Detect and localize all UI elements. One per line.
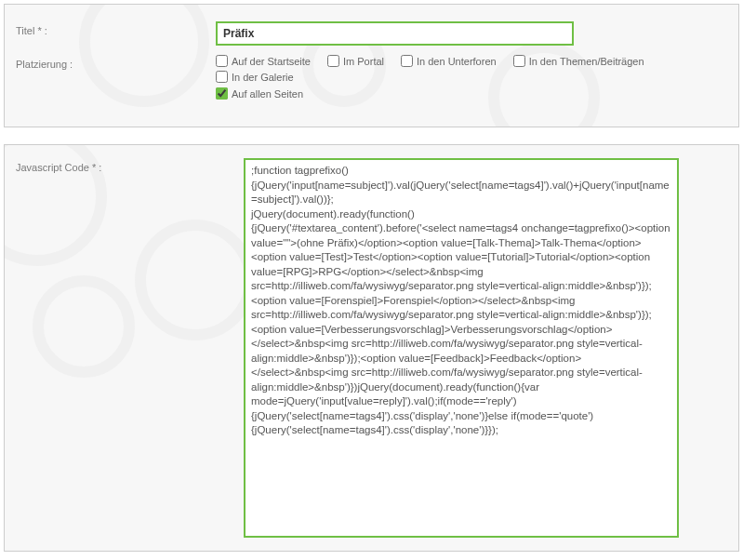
checkbox-alle-seiten[interactable] — [216, 87, 228, 100]
checkbox-unterforen[interactable] — [401, 55, 413, 67]
cb-unterforen[interactable]: In den Unterforen — [401, 55, 497, 67]
code-label: Javascript Code * : — [16, 158, 244, 173]
cb-label: In der Galerie — [232, 72, 294, 83]
cb-themen[interactable]: In den Themen/Beiträgen — [513, 55, 644, 67]
panel-title-settings: Titel * : Platzierung : Auf der Startsei… — [4, 4, 739, 127]
cb-label: Auf allen Seiten — [232, 88, 303, 100]
cb-label: In den Themen/Beiträgen — [529, 56, 644, 67]
cb-label: Auf der Startseite — [232, 56, 311, 67]
cb-label: In den Unterforen — [417, 56, 497, 67]
panel-javascript-code: Javascript Code * : ;function tagprefixo… — [4, 144, 739, 552]
checkbox-portal[interactable] — [327, 55, 339, 67]
cb-portal[interactable]: Im Portal — [327, 55, 384, 67]
javascript-code-textarea[interactable]: ;function tagprefixo() {jQuery('input[na… — [244, 158, 679, 538]
cb-galerie[interactable]: In der Galerie — [216, 71, 294, 83]
title-label: Titel * : — [16, 21, 216, 36]
cb-label: Im Portal — [343, 56, 384, 67]
checkbox-startseite[interactable] — [216, 55, 228, 67]
cb-startseite[interactable]: Auf der Startseite — [216, 55, 311, 67]
cb-alle-seiten[interactable]: Auf allen Seiten — [216, 87, 303, 100]
title-input[interactable] — [216, 21, 574, 46]
checkbox-themen[interactable] — [513, 55, 525, 67]
placement-label: Platzierung : — [16, 55, 216, 70]
checkbox-galerie[interactable] — [216, 71, 228, 83]
